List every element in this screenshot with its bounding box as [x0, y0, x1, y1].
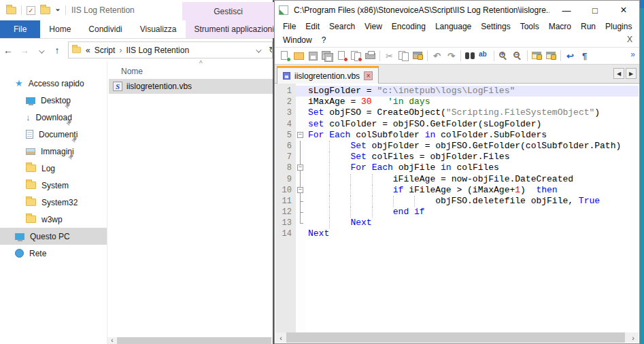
replace-icon[interactable]: ab — [477, 50, 492, 62]
print-icon[interactable] — [363, 50, 377, 62]
sort-ascending-icon[interactable]: ^ — [199, 60, 203, 67]
recent-locations-chevron-icon[interactable] — [33, 45, 49, 56]
code-line-7[interactable]: 7 Set colFiles = objFolder.Files — [275, 152, 639, 162]
find-icon[interactable] — [463, 50, 477, 62]
fold-collapse-icon[interactable]: − — [296, 130, 305, 141]
redo-icon[interactable]: ↷ — [444, 50, 458, 62]
sidebar-item-questo-pc[interactable]: Questo PC — [0, 228, 107, 245]
tab-close-icon[interactable]: × — [364, 71, 373, 80]
breadcrumb-item-current[interactable]: IIS Log Retention — [126, 46, 189, 55]
ribbon-tab-strumenti-applicazioni[interactable]: Strumenti applicazioni — [186, 20, 283, 38]
minimize-button[interactable]: — — [555, 5, 578, 16]
sidebar-item-accesso-rapido[interactable]: ★Accesso rapido — [0, 75, 107, 92]
toolbar-overflow-icon[interactable]: » — [630, 50, 635, 59]
tab-scroll-prev-icon[interactable]: ◀ — [613, 68, 624, 79]
open-file-icon[interactable] — [292, 50, 306, 62]
save-icon[interactable] — [306, 50, 320, 62]
tab-scroll-next-icon[interactable]: ▶ — [626, 68, 637, 79]
column-header-name[interactable]: Nome — [121, 67, 143, 76]
copy-icon[interactable] — [396, 50, 411, 62]
menu-window[interactable]: Window — [279, 35, 316, 46]
explorer-horizontal-scrollbar[interactable]: ‹ — [107, 337, 273, 344]
sidebar-item-immagini[interactable]: Immagini — [0, 143, 107, 160]
menu-edit[interactable]: Edit — [301, 21, 324, 32]
zoom-out-icon[interactable]: − — [511, 50, 525, 62]
save-all-icon[interactable] — [320, 50, 335, 62]
customize-qat-chevron-icon[interactable] — [56, 9, 60, 11]
sidebar-item-system[interactable]: System — [0, 177, 107, 194]
sidebar-item-download[interactable]: ↓Download — [0, 109, 107, 126]
scroll-right-icon[interactable]: › — [628, 334, 639, 342]
show-all-chars-icon[interactable]: ¶ — [577, 50, 592, 62]
new-file-icon[interactable] — [277, 50, 292, 62]
code-line-3[interactable]: 3Set objFSO = CreateObject("Scripting.Fi… — [275, 107, 639, 118]
scroll-left-icon[interactable]: ‹ — [275, 334, 286, 342]
scrollbar-thumb[interactable] — [117, 337, 271, 344]
code-line-14[interactable]: 14Next — [275, 228, 639, 239]
code-line-11[interactable]: 11 objFSO.deletefile objFile, True — [275, 196, 639, 207]
menu-run[interactable]: Run — [577, 21, 600, 32]
forward-button[interactable]: → — [16, 45, 33, 56]
ribbon-tab-visualizza[interactable]: Visualizza — [131, 20, 186, 38]
menu-tools[interactable]: Tools — [516, 21, 543, 32]
ribbon-tab-home[interactable]: Home — [40, 20, 80, 38]
file-row-iislogretention[interactable]: S iislogretention.vbs — [109, 79, 273, 94]
zoom-in-icon[interactable]: + — [496, 50, 511, 62]
code-editor[interactable]: 1sLogFolder = "c:\inetpub\logs\LogFiles"… — [275, 84, 639, 332]
menu-macro[interactable]: Macro — [545, 21, 575, 32]
breadcrumb-prefix[interactable]: « — [86, 46, 90, 55]
properties-icon[interactable]: ✓ — [27, 6, 35, 15]
ribbon-tab-file[interactable]: File — [0, 20, 40, 38]
up-button[interactable]: ↑ — [49, 45, 65, 56]
scroll-left-icon[interactable]: ‹ — [107, 337, 117, 344]
new-folder-icon[interactable] — [40, 7, 50, 14]
code-line-1[interactable]: 1sLogFolder = "c:\inetpub\logs\LogFiles" — [275, 86, 639, 97]
scrollbar-thumb[interactable] — [286, 332, 625, 343]
npp-horizontal-scrollbar[interactable]: ‹ › — [275, 332, 639, 343]
paste-icon[interactable] — [411, 50, 425, 62]
explorer-titlebar[interactable]: ✓ IIS Log Retention Gestisci — [0, 0, 273, 20]
undo-icon[interactable]: ↶ — [430, 50, 444, 62]
menu-encoding[interactable]: Encoding — [388, 21, 430, 32]
menu-settings[interactable]: Settings — [477, 21, 514, 32]
code-line-4[interactable]: 4set colFolder = objFSO.GetFolder(sLogFo… — [275, 119, 639, 130]
code-line-9[interactable]: 9 iFileAge = now-objFile.DateCreated — [275, 174, 639, 185]
sync-h-scroll-icon[interactable] — [544, 50, 558, 62]
menu-search[interactable]: Search — [325, 21, 359, 32]
menu-plugins[interactable]: Plugins — [601, 21, 636, 32]
fold-collapse-icon[interactable]: − — [296, 185, 305, 196]
address-dropdown-chevron-icon[interactable] — [256, 46, 260, 55]
sidebar-item-desktop[interactable]: Desktop — [0, 92, 107, 109]
refresh-icon[interactable]: ↻ — [269, 45, 273, 55]
menu-file[interactable]: File — [279, 21, 300, 32]
cut-icon[interactable]: ✂ — [382, 50, 396, 62]
close-doc-icon[interactable] — [335, 50, 349, 62]
sidebar-item-documenti[interactable]: Documenti — [0, 126, 107, 143]
menu-language[interactable]: Language — [431, 21, 475, 32]
close-button[interactable]: × — [612, 4, 635, 16]
back-button[interactable]: ← — [0, 45, 16, 56]
npp-titlebar[interactable]: C:\Program Files (x86)\StonevoiceAS\Scri… — [275, 1, 639, 20]
code-line-5[interactable]: 5−For Each colSubfolder in colFolder.Sub… — [275, 130, 639, 141]
ribbon-tab-condividi[interactable]: Condividi — [80, 20, 131, 38]
code-line-2[interactable]: 2iMaxAge = 30 'in days — [275, 97, 639, 107]
tab-iislogretention[interactable]: iislogretention.vbs × — [277, 66, 379, 84]
maximize-button[interactable]: □ — [583, 5, 607, 16]
menu-view[interactable]: View — [360, 21, 386, 32]
file-list-pane[interactable]: Nome ^ S iislogretention.vbs ‹ — [107, 61, 273, 344]
sidebar-item-w3wp[interactable]: w3wp — [0, 211, 107, 228]
code-line-8[interactable]: 8− For Each objFile in colFiles — [275, 162, 639, 173]
menu-help[interactable]: ? — [318, 35, 331, 46]
close-all-docs-icon[interactable] — [349, 50, 363, 62]
sidebar-item-rete[interactable]: Rete — [0, 245, 107, 262]
sidebar-item-log[interactable]: Log — [0, 160, 107, 177]
code-line-12[interactable]: 12 end if — [275, 207, 639, 218]
menubar-close-icon[interactable]: X — [627, 35, 632, 44]
word-wrap-icon[interactable]: ↩ — [563, 50, 577, 62]
fold-collapse-icon[interactable]: − — [296, 162, 305, 173]
breadcrumb-item-script[interactable]: Script — [95, 46, 116, 55]
code-line-6[interactable]: 6 Set objFolder = objFSO.GetFolder(colSu… — [275, 141, 639, 152]
address-bar[interactable]: « Script › IIS Log Retention ↻ — [68, 41, 273, 58]
sync-v-scroll-icon[interactable] — [530, 50, 544, 62]
code-line-10[interactable]: 10− if iFileAge > (iMaxAge+1) then — [275, 185, 639, 196]
